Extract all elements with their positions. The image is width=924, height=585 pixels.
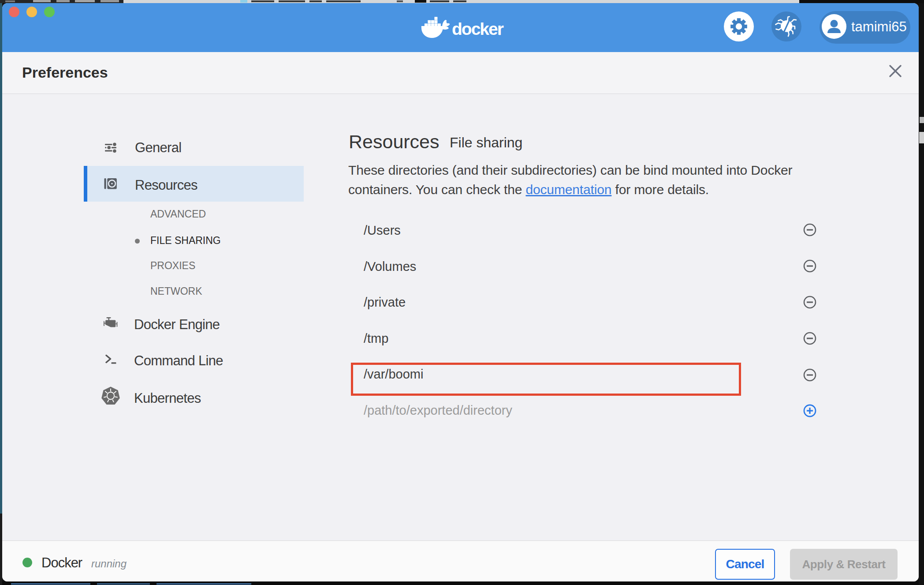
svg-text:docker: docker <box>452 19 504 38</box>
